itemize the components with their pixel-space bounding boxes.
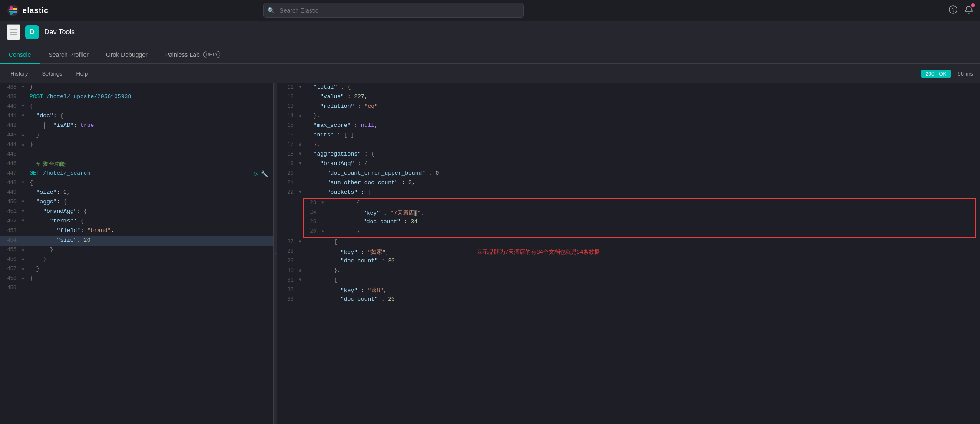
table-row: 443 ▲ } <box>0 131 273 141</box>
response-lines[interactable]: 11 ▼ "total" : { 12 "value" : 227, 13 "r… <box>277 83 980 424</box>
svg-rect-4 <box>13 11 17 13</box>
hamburger-button[interactable]: ☰ <box>7 24 20 40</box>
table-row: 438 ▼ } <box>0 83 273 93</box>
table-row: 14 ▲ }, <box>277 112 980 122</box>
help-icon[interactable]: ? <box>949 5 957 16</box>
table-row: 458 ▲ } <box>0 275 273 284</box>
help-button[interactable]: Help <box>73 69 91 79</box>
table-row: 24 "key" : "7天酒店|", <box>304 209 975 218</box>
top-nav: elastic 🔍 ? <box>0 0 980 21</box>
tab-grok-debugger[interactable]: Grok Debugger <box>97 46 156 64</box>
table-row: 453 "field": "brand", <box>0 227 273 236</box>
secondary-nav: ☰ D Dev Tools <box>0 21 980 43</box>
main-content: 438 ▼ } 439 POST /hotel/_update/20561059… <box>0 83 980 424</box>
wrench-icon[interactable]: 🔧 <box>261 170 268 178</box>
table-row: 459 <box>0 284 273 294</box>
table-row: 457 ▲ } <box>0 265 273 275</box>
table-row: 28 "key" : "如家", 表示品牌为7天酒店的有34个文档也就是34条数… <box>277 248 980 257</box>
table-row: 19 ▼ "brandAgg" : { <box>277 160 980 169</box>
editor-lines[interactable]: 438 ▼ } 439 POST /hotel/_update/20561059… <box>0 83 273 424</box>
table-row: 32 "key" : "速8", <box>277 286 980 295</box>
table-row: 445 <box>0 150 273 160</box>
table-row: 25 "doc_count" : 34 <box>304 218 975 228</box>
table-row: 22 ▼ "buckets" : [ <box>277 189 980 198</box>
svg-point-5 <box>10 6 13 10</box>
table-row: 23 ▼ { <box>304 199 975 209</box>
panel-gutter[interactable]: ⋮ <box>274 83 277 424</box>
tab-bar: Console Search Profiler Grok Debugger Pa… <box>0 43 980 64</box>
annotation-text: 表示品牌为7天酒店的有34个文档也就是34条数据 <box>477 248 600 256</box>
app-icon: D <box>25 25 39 39</box>
app-title: Dev Tools <box>44 28 75 36</box>
notifications-icon[interactable] <box>964 5 973 16</box>
toolbar: History Settings Help 200 - OK 56 ms <box>0 64 980 83</box>
status-badge: 200 - OK <box>921 70 951 78</box>
highlight-box: 23 ▼ { 24 "key" : "7天酒店|", 25 "doc_count… <box>303 198 976 238</box>
table-row: 450 ▼ "aggs": { <box>0 198 273 208</box>
table-row: 15 "max_score" : null, <box>277 122 980 131</box>
global-search-bar[interactable]: 🔍 <box>263 3 524 18</box>
editor-panel[interactable]: 438 ▼ } 439 POST /hotel/_update/20561059… <box>0 83 274 424</box>
table-row: 12 "value" : 227, <box>277 93 980 103</box>
table-row: 21 "sum_other_doc_count" : 0, <box>277 179 980 189</box>
run-button[interactable]: ▷ <box>254 169 258 178</box>
elastic-logo-text: elastic <box>23 6 49 15</box>
table-row: 440 ▼ { <box>0 103 273 112</box>
table-row: 454 "size": 20 <box>0 236 273 246</box>
tab-search-profiler[interactable]: Search Profiler <box>40 46 97 64</box>
table-row: 29 "doc_count" : 30 <box>277 257 980 267</box>
table-row: 26 ▲ }, <box>304 228 975 237</box>
table-row: 442 │ "isAD": true <box>0 122 273 131</box>
table-row: 17 ▲ }, <box>277 141 980 150</box>
tab-console[interactable]: Console <box>0 46 40 64</box>
table-row: 439 POST /hotel/_update/2056105938 <box>0 93 273 103</box>
settings-button[interactable]: Settings <box>38 69 66 79</box>
svg-point-6 <box>10 11 13 15</box>
search-icon: 🔍 <box>268 7 275 14</box>
table-row: 18 ▼ "aggregations" : { <box>277 150 980 160</box>
svg-rect-3 <box>13 8 17 10</box>
table-row: 451 ▼ "brandAgg": { <box>0 208 273 217</box>
table-row: 27 ▼ { <box>277 238 980 248</box>
elastic-logo-icon <box>7 4 19 17</box>
table-row: 455 ▲ } <box>0 246 273 255</box>
history-button[interactable]: History <box>7 69 31 79</box>
table-row: 452 ▼ "terms": { <box>0 217 273 227</box>
beta-badge: BETA <box>203 51 220 58</box>
table-row: 448 ▼ { <box>0 179 273 189</box>
table-row: 20 "doc_count_error_upper_bound" : 0, <box>277 169 980 179</box>
table-row: 444 ▲ } <box>0 141 273 150</box>
svg-point-0 <box>7 5 19 16</box>
table-row: 13 "relation" : "eq" <box>277 103 980 112</box>
response-panel: 11 ▼ "total" : { 12 "value" : 227, 13 "r… <box>277 83 980 424</box>
table-row: 449 "size": 0, <box>0 189 273 198</box>
table-row: 11 ▼ "total" : { <box>277 83 980 93</box>
tab-painless-lab[interactable]: Painless Lab BETA <box>156 46 229 64</box>
table-row: 16 "hits" : [ ] <box>277 131 980 141</box>
table-row: 447 GET /hotel/_search ▷ 🔧 <box>0 169 273 179</box>
top-nav-actions: ? <box>949 5 973 16</box>
table-row: 33 "doc_count" : 20 <box>277 295 980 305</box>
svg-text:?: ? <box>952 7 955 13</box>
search-input[interactable] <box>263 3 524 18</box>
table-row: 31 ▼ { <box>277 276 980 286</box>
response-time: 56 ms <box>958 70 973 77</box>
table-row: 30 ▲ }, <box>277 267 980 276</box>
table-row: 456 ▲ } <box>0 255 273 265</box>
elastic-logo[interactable]: elastic <box>7 4 49 17</box>
table-row: 446 # 聚合功能 <box>0 160 273 169</box>
table-row: 441 ▼ "doc": { <box>0 112 273 122</box>
